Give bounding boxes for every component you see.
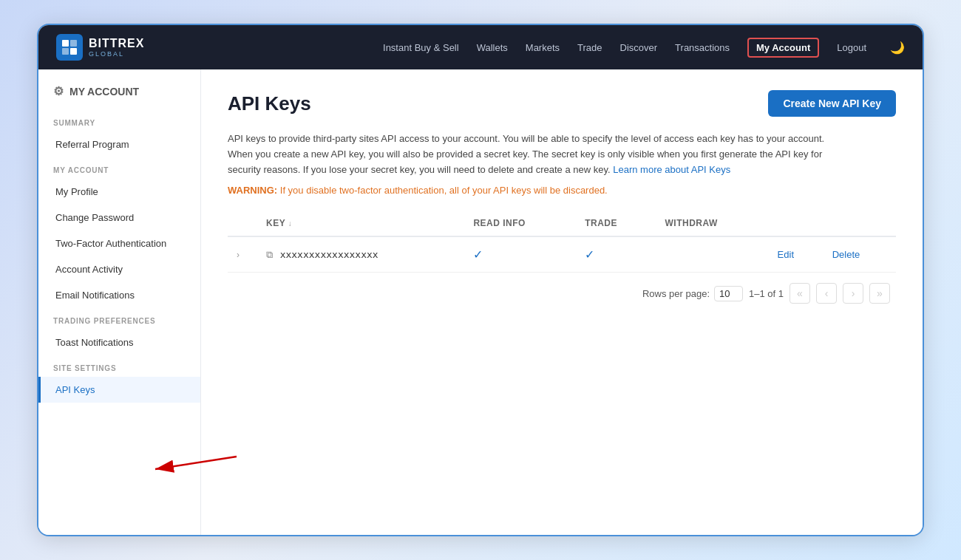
delete-button[interactable]: Delete bbox=[832, 249, 860, 260]
table-header-row: KEY ↓ READ INFO TRADE WITHDRAW bbox=[228, 211, 896, 236]
row-expand-cell: › bbox=[228, 236, 257, 273]
key-cell: ⧉ xxxxxxxxxxxxxxxxx bbox=[257, 236, 464, 273]
prev-page-button[interactable]: ‹ bbox=[816, 283, 837, 304]
svg-rect-3 bbox=[70, 48, 77, 55]
warning-text: WARNING: If you disable two-factor authe… bbox=[228, 185, 896, 196]
edit-cell: Edit bbox=[769, 236, 824, 273]
copy-icon[interactable]: ⧉ bbox=[266, 249, 273, 260]
pagination-row: Rows per page: 10 25 50 1–1 of 1 « ‹ › » bbox=[228, 273, 896, 314]
dark-mode-toggle[interactable]: 🌙 bbox=[890, 41, 905, 55]
main-layout: ⚙ MY ACCOUNT SUMMARY Referral Program MY… bbox=[38, 69, 923, 535]
trade-check: ✓ bbox=[585, 248, 594, 261]
logo-text: BITTREX bbox=[89, 37, 144, 50]
sidebar-item-referral-program[interactable]: Referral Program bbox=[38, 132, 200, 157]
rows-per-page-label: Rows per page: bbox=[642, 288, 710, 299]
rows-per-page-control: Rows per page: 10 25 50 bbox=[642, 286, 743, 301]
sort-icon: ↓ bbox=[288, 219, 293, 228]
trade-cell: ✓ bbox=[576, 236, 656, 273]
sidebar-item-my-profile[interactable]: My Profile bbox=[38, 179, 200, 205]
withdraw-cell bbox=[656, 236, 768, 273]
sidebar-header: ⚙ MY ACCOUNT bbox=[38, 84, 200, 110]
col-read-info: READ INFO bbox=[464, 211, 576, 236]
nav-links: Instant Buy & Sell Wallets Markets Trade… bbox=[383, 38, 905, 58]
page-info: 1–1 of 1 bbox=[749, 288, 784, 299]
sidebar-item-two-factor[interactable]: Two-Factor Authentication bbox=[38, 231, 200, 256]
nav-trade[interactable]: Trade bbox=[577, 42, 602, 53]
logo-subtext: GLOBAL bbox=[89, 50, 144, 58]
logo-area: BITTREX GLOBAL bbox=[56, 34, 144, 61]
sidebar-section-summary: SUMMARY bbox=[38, 110, 200, 132]
key-value: xxxxxxxxxxxxxxxxx bbox=[280, 249, 378, 260]
content-area: API Keys Create New API Key API keys to … bbox=[201, 69, 923, 535]
col-expand bbox=[228, 211, 257, 236]
col-trade: TRADE bbox=[576, 211, 656, 236]
api-keys-table: KEY ↓ READ INFO TRADE WITHDRAW › bbox=[228, 211, 896, 273]
table-row: › ⧉ xxxxxxxxxxxxxxxxx ✓ ✓ bbox=[228, 236, 896, 273]
col-withdraw: WITHDRAW bbox=[656, 211, 768, 236]
content-header: API Keys Create New API Key bbox=[228, 90, 896, 117]
sidebar: ⚙ MY ACCOUNT SUMMARY Referral Program MY… bbox=[38, 69, 201, 535]
sidebar-title: MY ACCOUNT bbox=[69, 86, 139, 98]
first-page-button[interactable]: « bbox=[789, 283, 810, 304]
nav-transactions[interactable]: Transactions bbox=[675, 42, 730, 53]
expand-button[interactable]: › bbox=[237, 250, 240, 260]
rows-per-page-select[interactable]: 10 25 50 bbox=[714, 286, 743, 301]
read-info-check: ✓ bbox=[473, 248, 483, 261]
nav-instant-buy-sell[interactable]: Instant Buy & Sell bbox=[383, 42, 459, 53]
svg-rect-2 bbox=[62, 48, 69, 55]
nav-markets[interactable]: Markets bbox=[526, 42, 560, 53]
col-key: KEY ↓ bbox=[257, 211, 464, 236]
nav-my-account[interactable]: My Account bbox=[747, 38, 819, 58]
logo-icon bbox=[56, 34, 83, 61]
warning-label: WARNING: bbox=[228, 185, 277, 196]
sidebar-section-my-account: MY ACCOUNT bbox=[38, 157, 200, 179]
sidebar-item-api-keys[interactable]: API Keys bbox=[38, 377, 200, 403]
col-delete bbox=[824, 211, 896, 236]
learn-more-link[interactable]: Learn more about API Keys bbox=[613, 164, 730, 175]
col-actions bbox=[769, 211, 824, 236]
create-api-key-button[interactable]: Create New API Key bbox=[768, 90, 896, 117]
nav-discover[interactable]: Discover bbox=[620, 42, 658, 53]
sidebar-item-toast-notifications[interactable]: Toast Notifications bbox=[38, 329, 200, 355]
svg-rect-1 bbox=[70, 40, 77, 47]
nav-logout[interactable]: Logout bbox=[837, 42, 866, 53]
sidebar-section-site-settings: SITE SETTINGS bbox=[38, 355, 200, 377]
edit-button[interactable]: Edit bbox=[778, 249, 794, 260]
sidebar-item-account-activity[interactable]: Account Activity bbox=[38, 256, 200, 282]
gear-icon: ⚙ bbox=[53, 84, 64, 98]
page-title: API Keys bbox=[228, 92, 311, 115]
svg-rect-0 bbox=[62, 40, 69, 47]
sidebar-item-email-notifications[interactable]: Email Notifications bbox=[38, 282, 200, 308]
nav-wallets[interactable]: Wallets bbox=[477, 42, 508, 53]
navbar: BITTREX GLOBAL Instant Buy & Sell Wallet… bbox=[38, 25, 923, 69]
sidebar-section-trading: TRADING PREFERENCES bbox=[38, 308, 200, 329]
sidebar-item-change-password[interactable]: Change Password bbox=[38, 205, 200, 231]
next-page-button[interactable]: › bbox=[843, 283, 863, 304]
api-description: API keys to provide third-party sites AP… bbox=[228, 132, 849, 177]
last-page-button[interactable]: » bbox=[869, 283, 890, 304]
read-info-cell: ✓ bbox=[464, 236, 576, 273]
delete-cell: Delete bbox=[824, 236, 896, 273]
warning-detail: If you disable two-factor authentication… bbox=[277, 185, 608, 196]
